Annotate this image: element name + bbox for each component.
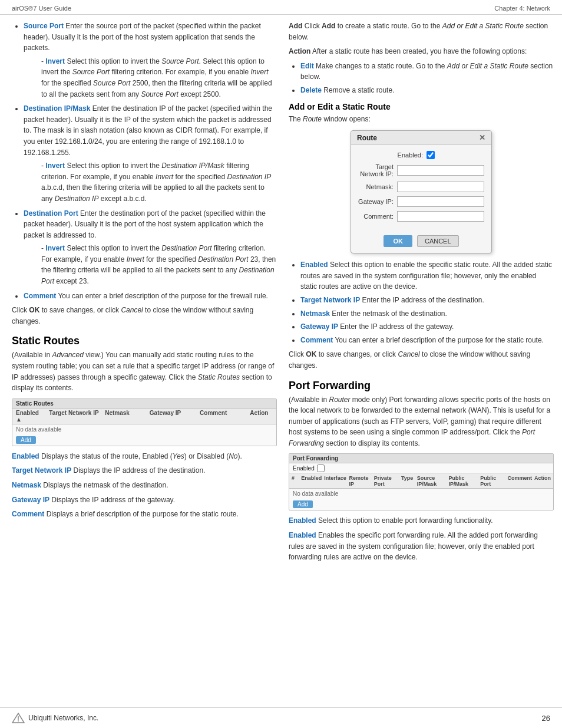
term-pf-enabled2: Enabled bbox=[289, 531, 316, 539]
route-field-enabled: Enabled: bbox=[358, 151, 484, 159]
term-dest-port: Destination Port bbox=[24, 209, 78, 218]
term-sr-gateway: Gateway IP bbox=[12, 496, 49, 504]
sr-gateway-desc: Gateway IP Displays the IP address of th… bbox=[12, 495, 277, 506]
route-checkbox-enabled[interactable] bbox=[427, 151, 435, 159]
section-title-port-forwarding: Port Forwarding bbox=[289, 380, 554, 392]
sub-item-invert-source: Invert Select this option to invert the … bbox=[35, 56, 277, 100]
action-delete-item: Delete Remove a static route. bbox=[300, 85, 554, 96]
pf-filter-label: Enabled bbox=[293, 465, 315, 472]
static-routes-table-header: Enabled ▲ Target Network IP Netmask Gate… bbox=[12, 409, 276, 424]
list-item-source-port: Source Port Enter the source port of the… bbox=[24, 21, 277, 100]
list-item-comment-firewall: Comment You can enter a brief descriptio… bbox=[24, 291, 277, 302]
pf-col-iface: Interface bbox=[324, 475, 346, 487]
route-dialog-title-text: Route bbox=[357, 134, 377, 142]
static-routes-add-button[interactable]: Add bbox=[16, 436, 36, 444]
page-header: airOS®7 User Guide Chapter 4: Network bbox=[0, 0, 562, 15]
pf-col-comment: Comment bbox=[507, 475, 532, 487]
svg-point-2 bbox=[18, 720, 19, 722]
route-label-target: Target Network IP: bbox=[358, 163, 394, 177]
pf-add-button[interactable]: Add bbox=[293, 500, 313, 508]
pf-table-footer: Add bbox=[289, 499, 553, 510]
action-description: Action After a static route has been cre… bbox=[289, 46, 554, 57]
route-input-gateway[interactable] bbox=[397, 196, 484, 207]
header-left: airOS®7 User Guide bbox=[12, 5, 71, 12]
term-ae-target: Target Network IP bbox=[300, 296, 360, 304]
route-dialog-footer: OK CANCEL bbox=[351, 232, 491, 253]
route-field-gateway: Gateway IP: bbox=[358, 196, 484, 207]
term-dest-ip: Destination IP/Mask bbox=[24, 104, 90, 113]
pf-table-filter: Enabled bbox=[289, 463, 553, 474]
col-header-target: Target Network IP bbox=[49, 410, 100, 423]
pf-enabled-desc2: Enabled Enables the specific port forwar… bbox=[289, 530, 554, 563]
right-column: Add Click Add to create a static route. … bbox=[289, 21, 554, 566]
route-input-target[interactable] bbox=[397, 165, 484, 176]
list-item-dest-ip: Destination IP/Mask Enter the destinatio… bbox=[24, 103, 277, 204]
route-label-gateway: Gateway IP: bbox=[358, 198, 394, 205]
route-dialog: Route ✕ Enabled: Target Network IP: Netm… bbox=[351, 130, 492, 253]
route-label-enabled: Enabled: bbox=[358, 151, 423, 159]
term-ae-netmask: Netmask bbox=[300, 309, 330, 318]
pf-col-private-port: Private Port bbox=[374, 475, 399, 487]
route-label-comment: Comment: bbox=[358, 213, 394, 220]
sub-list-dest-ip: Invert Select this option to invert the … bbox=[29, 160, 277, 204]
content-area: Source Port Enter the source port of the… bbox=[0, 15, 562, 596]
term-invert-2: Invert bbox=[45, 162, 65, 170]
action-label: Action bbox=[289, 47, 310, 55]
ok-cancel-text-top: Click OK to save changes, or click Cance… bbox=[12, 305, 277, 327]
sr-netmask-desc: Netmask Displays the netmask of the dest… bbox=[12, 480, 277, 491]
list-item-dest-port: Destination Port Enter the destination p… bbox=[24, 208, 277, 287]
route-cancel-button[interactable]: CANCEL bbox=[417, 235, 459, 247]
sub-item-invert-dest-port: Invert Select this option to invert the … bbox=[35, 243, 277, 286]
pf-table-header: # Enabled Interface Remote IP Private Po… bbox=[289, 474, 553, 489]
term-ae-enabled: Enabled bbox=[300, 261, 328, 269]
static-routes-table: Static Routes Enabled ▲ Target Network I… bbox=[12, 398, 277, 446]
port-forwarding-intro: (Available in Router mode only) Port for… bbox=[289, 394, 554, 449]
term-ae-comment: Comment bbox=[300, 336, 333, 344]
sub-list-source-port: Invert Select this option to invert the … bbox=[29, 56, 277, 100]
bullet-ae-target: Target Network IP Enter the IP address o… bbox=[300, 295, 554, 306]
bullet-ae-netmask: Netmask Enter the netmask of the destina… bbox=[300, 308, 554, 319]
term-sr-netmask: Netmask bbox=[12, 481, 41, 489]
ubiquiti-logo-icon bbox=[12, 713, 25, 723]
term-ae-gateway: Gateway IP bbox=[300, 322, 338, 331]
pf-no-data: No data available bbox=[289, 489, 553, 499]
sr-comment-desc: Comment Displays a brief description of … bbox=[12, 509, 277, 520]
col-header-comment: Comment bbox=[200, 410, 245, 423]
add-edit-bullets: Enabled Select this option to enable the… bbox=[295, 259, 554, 345]
add-edit-intro: The Route window opens: bbox=[289, 114, 554, 125]
section-title-static-routes: Static Routes bbox=[12, 335, 277, 347]
route-input-comment[interactable] bbox=[397, 211, 484, 222]
pf-col-source-ip: Source IP/Mask bbox=[417, 475, 447, 487]
add-label: Add bbox=[289, 22, 302, 30]
term-sr-comment: Comment bbox=[12, 510, 44, 518]
route-ok-button[interactable]: OK bbox=[384, 235, 412, 247]
pf-col-hash: # bbox=[292, 475, 299, 487]
term-sr-target: Target Network IP bbox=[12, 466, 71, 475]
static-routes-footer: Add bbox=[12, 434, 276, 446]
term-action-delete: Delete bbox=[300, 86, 322, 94]
term-source-port: Source Port bbox=[24, 22, 64, 30]
sr-enabled-desc: Enabled Displays the status of the route… bbox=[12, 451, 277, 462]
term-invert-3: Invert bbox=[45, 244, 65, 252]
footer-logo-area: Ubiquiti Networks, Inc. bbox=[12, 713, 98, 723]
term-sr-enabled: Enabled bbox=[12, 452, 39, 460]
pf-enabled-desc1: Enabled Select this option to enable por… bbox=[289, 515, 554, 526]
port-forwarding-table: Port Forwarding Enabled # Enabled Interf… bbox=[289, 453, 554, 510]
header-right: Chapter 4: Network bbox=[494, 5, 550, 12]
col-header-gateway: Gateway IP bbox=[150, 410, 195, 423]
bullet-ae-comment: Comment You can enter a brief descriptio… bbox=[300, 335, 554, 346]
col-header-netmask: Netmask bbox=[105, 410, 145, 423]
pf-col-enabled: Enabled bbox=[301, 475, 322, 487]
route-field-target: Target Network IP: bbox=[358, 163, 484, 177]
route-input-netmask[interactable] bbox=[397, 182, 484, 192]
pf-col-public-port: Public Port bbox=[480, 475, 505, 487]
sr-target-desc: Target Network IP Displays the IP addres… bbox=[12, 465, 277, 476]
static-routes-no-data: No data available bbox=[12, 424, 276, 434]
pf-filter-checkbox[interactable] bbox=[317, 465, 325, 472]
main-bullet-list: Source Port Enter the source port of the… bbox=[18, 21, 277, 301]
pf-col-type: Type bbox=[401, 475, 415, 487]
route-dialog-close-icon[interactable]: ✕ bbox=[479, 133, 485, 142]
footer-page-number: 26 bbox=[542, 714, 550, 723]
pf-col-action: Action bbox=[534, 475, 551, 487]
route-field-comment: Comment: bbox=[358, 211, 484, 222]
